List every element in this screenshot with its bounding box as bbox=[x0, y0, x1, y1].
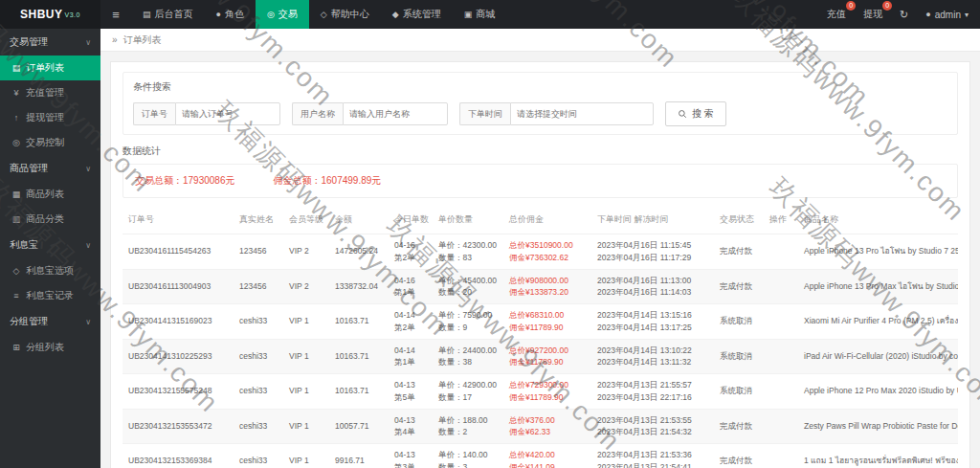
topnav-item[interactable]: ● 角色 bbox=[205, 0, 256, 29]
cell-action bbox=[764, 409, 798, 444]
cell-day-order: 第4单 bbox=[394, 426, 427, 438]
sidebar-group: 利息宝 ∨ ◇ 利息宝选项 ≡ 利息宝记录 bbox=[0, 232, 100, 308]
user-icon: ● bbox=[925, 10, 930, 19]
cell-unfreeze-time: 2023年04月13日 21:54:41 bbox=[597, 461, 708, 468]
mall-icon: ▣ bbox=[464, 10, 473, 19]
sidebar-item[interactable]: ◇ 利息宝选项 bbox=[0, 258, 100, 283]
cell-level: VIP 1 bbox=[283, 374, 329, 410]
stats-section: 数据统计 交易总额：17930086元 佣金总额：1607499.89元 bbox=[122, 145, 958, 198]
order-no-input[interactable] bbox=[175, 102, 280, 125]
topnav-item[interactable]: ▤ 后台首页 bbox=[131, 0, 205, 29]
recharge-button[interactable]: 充值 0 bbox=[827, 8, 846, 21]
system-icon: ◆ bbox=[392, 10, 399, 19]
cell-times: 2023年04月14日 13:15:162023年04月14日 13:17:25 bbox=[591, 304, 714, 340]
cell-quantity: 数量：3 bbox=[438, 461, 498, 468]
cell-price-qty: 单价：42300.00数量：83 bbox=[433, 234, 503, 270]
sidebar-group-header[interactable]: 商品管理 ∨ bbox=[0, 155, 100, 182]
table-row: UB2304141315169023 ceshi33 VIP 1 10163.7… bbox=[122, 304, 958, 340]
stats-title: 数据统计 bbox=[122, 145, 958, 158]
cell-price-qty: 单价：45400.00数量：20 bbox=[433, 269, 503, 304]
cell-date: 04-16 bbox=[394, 275, 427, 287]
cell-day-orders: 04-16第1单 bbox=[389, 269, 433, 304]
menu-toggle-icon[interactable]: ≡ bbox=[100, 0, 131, 29]
search-fields: 订单号 用户名称 下单时间 bbox=[133, 102, 654, 125]
cell-order-no: UB2304141310225293 bbox=[122, 339, 234, 374]
sidebar-item-label: 利息宝记录 bbox=[26, 289, 74, 302]
cell-order-time: 2023年04月13日 21:53:36 bbox=[597, 449, 708, 461]
cell-total: 总价¥420.00 bbox=[509, 449, 586, 461]
cell-order-time: 2023年04月16日 11:13:00 bbox=[597, 275, 708, 287]
help-icon: ◇ bbox=[321, 10, 327, 19]
cell-commission: 佣金¥736302.62 bbox=[509, 252, 586, 264]
topnav-item[interactable]: ▣ 商城 bbox=[453, 0, 507, 29]
cell-product: iPad Air Wi-Fi-Cellular (2020) iStudio b… bbox=[798, 339, 958, 374]
sidebar-group-header[interactable]: 交易管理 ∨ bbox=[0, 29, 100, 56]
cell-order-no: UB2304161115454263 bbox=[122, 234, 234, 270]
cell-balance: 10163.71 bbox=[329, 374, 389, 410]
sidebar: 交易管理 ∨ ▤ 订单列表 ¥ 充值管理 ↑ 提现管理 ◎ 交易控制 商品管理 … bbox=[0, 29, 100, 468]
cell-balance: 10163.71 bbox=[329, 339, 389, 374]
cell-status: 完成付款 bbox=[714, 409, 764, 444]
cell-order-time: 2023年04月13日 21:55:57 bbox=[597, 379, 708, 391]
cell-total: 总价¥927200.00 bbox=[509, 345, 586, 357]
withdraw-button[interactable]: 提现 0 bbox=[863, 8, 882, 21]
sidebar-group-items: ▦ 商品列表 ▥ 商品分类 bbox=[0, 182, 100, 232]
topnav-item[interactable]: ◎ 交易 bbox=[256, 0, 309, 29]
cell-total-commission: 总价¥908000.00佣金¥133873.20 bbox=[503, 269, 591, 304]
table-body: UB2304161115454263 123456 VIP 2 1472605.… bbox=[122, 234, 958, 468]
refresh-icon[interactable]: ↻ bbox=[900, 9, 908, 21]
sidebar-item[interactable]: ▤ 订单列表 bbox=[0, 56, 100, 80]
sidebar-item[interactable]: ↑ 提现管理 bbox=[0, 105, 100, 130]
cell-status: 完成付款 bbox=[714, 269, 764, 304]
sidebar-group-header[interactable]: 利息宝 ∨ bbox=[0, 232, 100, 258]
cell-action bbox=[764, 269, 798, 304]
search-field: 订单号 bbox=[133, 102, 280, 125]
cell-total-commission: 总价¥729300.00佣金¥11789.90 bbox=[503, 374, 591, 410]
cell-level: VIP 2 bbox=[283, 234, 329, 270]
sidebar-group-header[interactable]: 分组管理 ∨ bbox=[0, 308, 100, 335]
topnav-item[interactable]: ◇ 帮助中心 bbox=[309, 0, 381, 29]
cell-quantity: 数量：9 bbox=[438, 322, 498, 334]
cell-day-order: 第1单 bbox=[394, 286, 427, 299]
recharge-badge: 0 bbox=[846, 1, 856, 11]
cell-commission: 佣金¥11789.90 bbox=[509, 391, 586, 404]
search-title: 条件搜索 bbox=[133, 80, 947, 94]
cell-order-no: UB2304132155575248 bbox=[122, 374, 234, 410]
chevron-down-icon: ∨ bbox=[85, 38, 91, 47]
trade-control-icon: ◎ bbox=[11, 138, 21, 147]
topnav: ▤ 后台首页 ● 角色 ◎ 交易 ◇ 帮助中心 ◆ 系统管理 ▣ 商城 bbox=[131, 0, 506, 29]
chevron-down-icon: ∨ bbox=[85, 318, 91, 326]
cell-unfreeze-time: 2023年04月16日 11:17:29 bbox=[597, 252, 708, 264]
cell-day-order: 第2单 bbox=[394, 252, 427, 264]
sidebar-item[interactable]: ¥ 充值管理 bbox=[0, 80, 100, 105]
sidebar-item[interactable]: ▦ 商品列表 bbox=[0, 182, 100, 207]
cell-status: 系统取消 bbox=[714, 374, 764, 410]
cell-order-time: 2023年04月14日 13:15:16 bbox=[597, 309, 708, 322]
cell-day-orders: 04-14第2单 bbox=[389, 304, 433, 340]
home-icon: ▤ bbox=[143, 10, 151, 19]
topnav-item-label: 帮助中心 bbox=[331, 8, 369, 21]
logo-version: V3.0 bbox=[65, 11, 80, 18]
cell-commission: 佣金¥11789.90 bbox=[509, 356, 586, 368]
sidebar-item[interactable]: ▥ 商品分类 bbox=[0, 207, 100, 232]
top-header: SHBUYV3.0 ≡ ▤ 后台首页 ● 角色 ◎ 交易 ◇ 帮助中心 ◆ 系统… bbox=[0, 0, 980, 29]
cell-order-time: 2023年04月13日 21:53:55 bbox=[597, 414, 708, 427]
cell-real-name: 123456 bbox=[234, 234, 283, 270]
username-input[interactable] bbox=[343, 102, 448, 125]
topnav-item-label: 商城 bbox=[476, 8, 495, 21]
sidebar-item[interactable]: ⊞ 分组列表 bbox=[0, 335, 100, 360]
order-time-input[interactable] bbox=[510, 102, 654, 125]
search-button[interactable]: 搜 索 bbox=[665, 101, 726, 126]
cell-quantity: 数量：17 bbox=[438, 391, 498, 404]
stat-label: 佣金总额： bbox=[274, 175, 322, 186]
user-menu[interactable]: ● admin ▾ bbox=[925, 10, 969, 20]
cell-order-no: UB2304141315169023 bbox=[122, 304, 234, 340]
cell-unit-price: 单价：42900.00 bbox=[438, 379, 498, 391]
sidebar-item[interactable]: ◎ 交易控制 bbox=[0, 130, 100, 155]
cell-date: 04-14 bbox=[394, 345, 427, 357]
sidebar-item[interactable]: ≡ 利息宝记录 bbox=[0, 283, 100, 308]
cell-date: 04-16 bbox=[394, 239, 427, 252]
cell-product: Apple iPhone 13 Pro Max ไอโฟน by Studio … bbox=[798, 269, 958, 304]
topnav-item[interactable]: ◆ 系统管理 bbox=[381, 0, 453, 29]
column-header: 商品名称 bbox=[798, 206, 958, 234]
